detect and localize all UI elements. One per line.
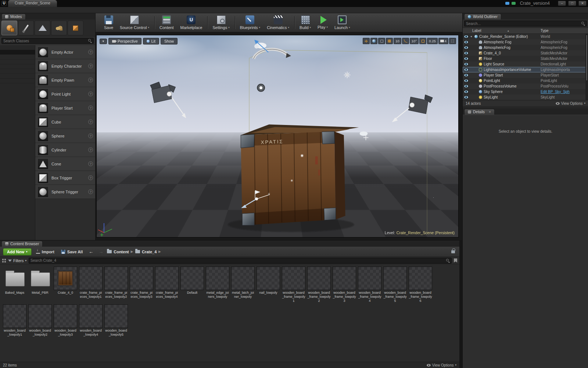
breadcrumb-separator-icon[interactable]: ▶ (158, 250, 161, 253)
mode-category[interactable] (0, 69, 35, 74)
asset-item[interactable]: crate_frame_pieces_lowpoly1 (79, 267, 103, 303)
mode-category[interactable] (0, 74, 35, 79)
scale-snap-value[interactable]: 0.25 (427, 38, 438, 44)
asset-item[interactable]: Metal_PBR (28, 267, 52, 303)
tab-details[interactable]: Details × (464, 109, 495, 115)
asset-thumbnail[interactable] (130, 267, 153, 290)
camera-speed-button[interactable]: 4 (438, 38, 448, 44)
mode-category[interactable] (0, 60, 35, 64)
asset-thumbnail[interactable] (333, 267, 356, 290)
mode-category[interactable] (0, 64, 35, 69)
asset-thumbnail[interactable] (54, 304, 77, 328)
outliner-row[interactable]: ▼ Atmospheric Fog AtmosphericFog (463, 39, 588, 45)
asset-item[interactable]: wooden_board_lowpoly5 (104, 304, 128, 337)
expand-caret-icon[interactable]: ▼ (470, 35, 473, 38)
visibility-eye-icon[interactable] (464, 79, 469, 82)
toolbar-button[interactable]: Source Control ▾ (116, 13, 153, 32)
mode-tab-geometry[interactable] (68, 21, 83, 35)
tab-modes[interactable]: Modes (1, 14, 26, 19)
toolbar-button[interactable]: Build ▾ (296, 13, 314, 32)
label-column-header[interactable]: Label (472, 29, 481, 33)
visibility-eye-icon[interactable] (464, 90, 469, 93)
asset-thumbnail[interactable] (28, 267, 52, 290)
placeable-item[interactable]: Cylinder ? (35, 143, 95, 157)
show-button[interactable]: Show (161, 38, 178, 44)
type-column-header[interactable]: Type (541, 29, 549, 33)
level-name[interactable]: Crate_Render_Scene (Persistent) (397, 231, 455, 235)
asset-item[interactable]: metal_latch_joiner_lowpoly (231, 267, 255, 303)
placeable-item[interactable]: Cone ? (35, 157, 95, 171)
asset-thumbnail[interactable] (28, 304, 52, 328)
mode-category[interactable] (0, 45, 35, 50)
grid-snap-value[interactable]: 10 (394, 38, 401, 44)
help-icon[interactable]: ? (88, 161, 93, 166)
save-all-button[interactable]: Save All (59, 249, 85, 255)
outliner-row[interactable]: ▼ PointLight PointLight (463, 78, 588, 83)
asset-item[interactable]: metal_edge_joiners_lowpoly (206, 267, 229, 303)
placeable-item[interactable]: Empty Character ? (35, 59, 95, 73)
outliner-row[interactable]: ▼ Crate_4_0 StaticMeshActor (463, 50, 588, 56)
asset-thumbnail[interactable] (104, 304, 128, 328)
mode-category[interactable] (0, 55, 35, 60)
visibility-eye-icon[interactable] (464, 96, 469, 99)
asset-thumbnail[interactable] (358, 267, 381, 290)
visibility-eye-icon[interactable] (464, 62, 469, 66)
grid-snap-toggle[interactable] (386, 38, 393, 44)
asset-item[interactable]: wooden_board_frame_lowpoly3 (333, 267, 356, 303)
asset-item[interactable]: wooden_board_frame_lowpoly4 (358, 267, 381, 303)
mode-category[interactable] (0, 79, 35, 83)
outliner-row[interactable]: ▼ Sky Sphere Edit BP_Sky_Sph (463, 89, 588, 94)
dropdown-arrow-icon[interactable]: ▾ (310, 26, 311, 29)
breadcrumb-item[interactable]: Crate_4 ▶ (135, 250, 161, 254)
breadcrumb-separator-icon[interactable]: ▶ (131, 250, 133, 253)
asset-item[interactable]: wooden_board_frame_lowpoly1 (282, 267, 305, 303)
asset-thumbnail[interactable] (155, 267, 179, 290)
visibility-eye-icon[interactable] (464, 74, 469, 77)
asset-thumbnail[interactable] (180, 267, 204, 290)
asset-item[interactable]: crate_frame_pieces_lowpoly2 (104, 267, 128, 303)
dropdown-arrow-icon[interactable]: ▾ (349, 26, 350, 29)
asset-item[interactable]: nail_lowpoly (257, 267, 280, 303)
mode-tab-landscape[interactable] (35, 21, 50, 35)
asset-thumbnail[interactable] (383, 267, 407, 290)
help-icon[interactable]: ? (88, 92, 93, 96)
outliner-row[interactable]: ▼ AtmosphericFog AtmosphericFog (463, 45, 588, 50)
asset-item[interactable]: wooden_board_lowpoly3 (54, 304, 77, 337)
back-button[interactable]: ← (87, 249, 95, 254)
maximize-button[interactable]: □ (568, 1, 576, 6)
asset-thumbnail[interactable] (257, 267, 280, 290)
asset-item[interactable]: wooden_board_frame_lowpoly6 (409, 267, 432, 303)
maximize-viewport-button[interactable]: ⛶ (449, 38, 456, 44)
placeable-item[interactable]: Player Start ? (35, 101, 95, 115)
toolbar-button[interactable]: Blueprints ▾ (237, 13, 263, 32)
feedback-bubble-icon[interactable] (512, 2, 516, 5)
close-button[interactable]: ✕ (578, 1, 587, 6)
toolbar-button[interactable]: Settings ▾ (209, 13, 233, 32)
asset-thumbnail[interactable] (3, 267, 26, 290)
placeable-item[interactable]: Box Trigger ? (35, 171, 95, 185)
help-icon[interactable]: ? (88, 78, 93, 82)
help-icon[interactable]: ? (88, 147, 93, 152)
outliner-row[interactable]: ▼ Crate_Render_Scene (Editor) World (463, 34, 588, 39)
transform-gizmo-button[interactable]: ✛ (363, 38, 370, 44)
filters-button[interactable]: Filters ▾ (8, 258, 26, 263)
tab-world-outliner[interactable]: World Outliner (464, 14, 501, 19)
viewport[interactable]: ΧΡΑΤΙΣ (96, 35, 459, 237)
outliner-row[interactable]: ▼ Floor StaticMeshActor (463, 56, 588, 61)
forward-button[interactable]: → (97, 249, 105, 254)
asset-thumbnail[interactable] (3, 304, 26, 328)
help-icon[interactable]: ? (88, 189, 93, 194)
outliner-row[interactable]: ▼ PostProcessVolume PostProcessVolu (463, 83, 588, 89)
placeable-item[interactable]: Sphere ? (35, 129, 95, 143)
placeable-item[interactable]: Sphere Trigger ? (35, 185, 95, 199)
visibility-eye-icon[interactable] (464, 51, 469, 55)
asset-thumbnail[interactable] (409, 267, 432, 290)
rotation-snap-toggle[interactable] (402, 38, 409, 44)
asset-item[interactable]: wooden_board_lowpoly4 (79, 304, 103, 337)
classes-search-input[interactable] (3, 39, 87, 43)
asset-thumbnail[interactable] (282, 267, 305, 290)
placeable-item[interactable]: Empty Pawn ? (35, 73, 95, 87)
tab-content-browser[interactable]: Content Browser (1, 241, 43, 247)
world-local-toggle[interactable] (370, 38, 377, 44)
menu-item[interactable] (8, 7, 16, 13)
